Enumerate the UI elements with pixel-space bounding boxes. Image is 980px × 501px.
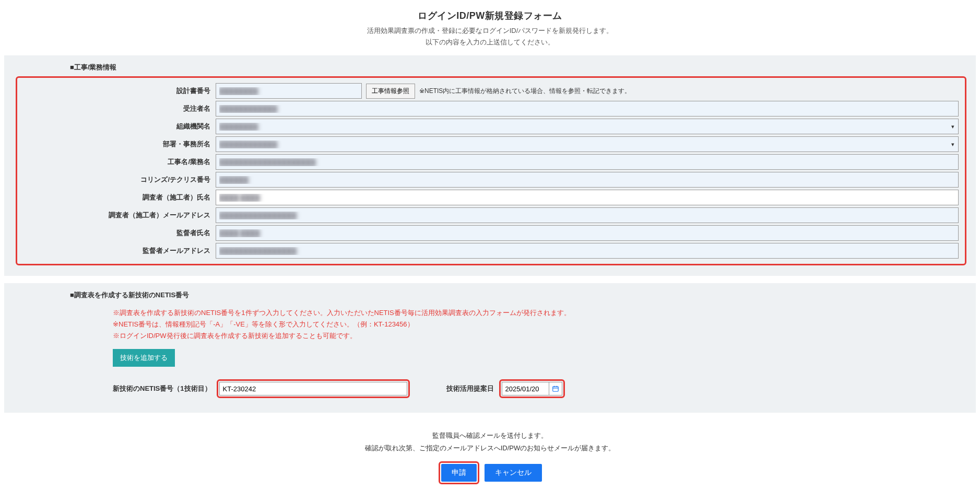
page-subtitle: 活用効果調査票の作成・登録に必要なログインID/パスワードを新規発行します。 以… xyxy=(0,25,980,48)
footer-text-2: 確認が取れ次第、ご指定のメールアドレスへID/PWのお知らせメールが届きます。 xyxy=(0,442,980,454)
proposal-date-input[interactable] xyxy=(502,382,549,395)
label-design-no: 設計書番号 xyxy=(17,86,216,96)
label-investigator: 調査者（施工者）氏名 xyxy=(17,193,216,202)
highlighted-form-area: 設計書番号 工事情報参照 ※NETIS内に工事情報が格納されている場合、情報を参… xyxy=(16,76,966,265)
footer-text-1: 監督職員へ確認メールを送付します。 xyxy=(0,429,980,441)
netis-number-input[interactable] xyxy=(219,382,407,395)
label-dept: 部署・事務所名 xyxy=(17,139,216,149)
contractor-input[interactable] xyxy=(216,101,959,116)
design-no-input[interactable] xyxy=(216,83,362,99)
netis-info-text: ※調査表を作成する新技術のNETIS番号を1件ずつ入力してください。入力いただい… xyxy=(113,307,966,342)
investigator-input[interactable] xyxy=(216,190,959,205)
org-select[interactable]: ████████ xyxy=(216,119,959,134)
netis-number-label: 新技術のNETIS番号（1技術目） xyxy=(113,384,211,393)
calendar-icon[interactable] xyxy=(549,382,562,395)
investigator-mail-input[interactable] xyxy=(216,207,959,223)
proposal-date-highlight xyxy=(499,379,565,398)
dept-select[interactable]: ████████████ xyxy=(216,136,959,152)
label-project: 工事名/業務名 xyxy=(17,157,216,167)
proposal-date-label: 技術活用提案日 xyxy=(446,384,494,393)
add-technology-button[interactable]: 技術を追加する xyxy=(113,349,175,367)
construction-info-panel: ■工事/業務情報 設計書番号 工事情報参照 ※NETIS内に工事情報が格納されて… xyxy=(4,55,976,276)
project-input[interactable] xyxy=(216,154,959,170)
submit-button[interactable]: 申請 xyxy=(441,464,477,482)
svg-rect-0 xyxy=(552,387,558,391)
page-header: ログインID/PW新規登録フォーム 活用効果調査票の作成・登録に必要なログインI… xyxy=(0,0,980,52)
supervisor-mail-input[interactable] xyxy=(216,243,959,259)
supervisor-input[interactable] xyxy=(216,225,959,241)
cancel-button[interactable]: キャンセル xyxy=(485,464,542,482)
footer-area: 監督職員へ確認メールを送付します。 確認が取れ次第、ご指定のメールアドレスへID… xyxy=(0,420,980,500)
reference-button[interactable]: 工事情報参照 xyxy=(366,84,415,99)
label-corins: コリンズ/テクリス番号 xyxy=(17,175,216,184)
label-supervisor-mail: 監督者メールアドレス xyxy=(17,246,216,255)
netis-number-highlight xyxy=(217,379,410,398)
netis-number-panel: ■調査表を作成する新技術のNETIS番号 ※調査表を作成する新技術のNETIS番… xyxy=(4,283,976,413)
corins-input[interactable] xyxy=(216,172,959,188)
section-heading-construction: ■工事/業務情報 xyxy=(70,63,966,72)
label-investigator-mail: 調査者（施工者）メールアドレス xyxy=(17,211,216,220)
page-title: ログインID/PW新規登録フォーム xyxy=(0,9,980,22)
label-supervisor: 監督者氏名 xyxy=(17,228,216,238)
reference-note: ※NETIS内に工事情報が格納されている場合、情報を参照・転記できます。 xyxy=(419,87,631,96)
label-org: 組織機関名 xyxy=(17,122,216,131)
label-contractor: 受注者名 xyxy=(17,104,216,113)
section-heading-netis: ■調査表を作成する新技術のNETIS番号 xyxy=(70,290,966,300)
submit-highlight: 申請 xyxy=(439,461,479,484)
